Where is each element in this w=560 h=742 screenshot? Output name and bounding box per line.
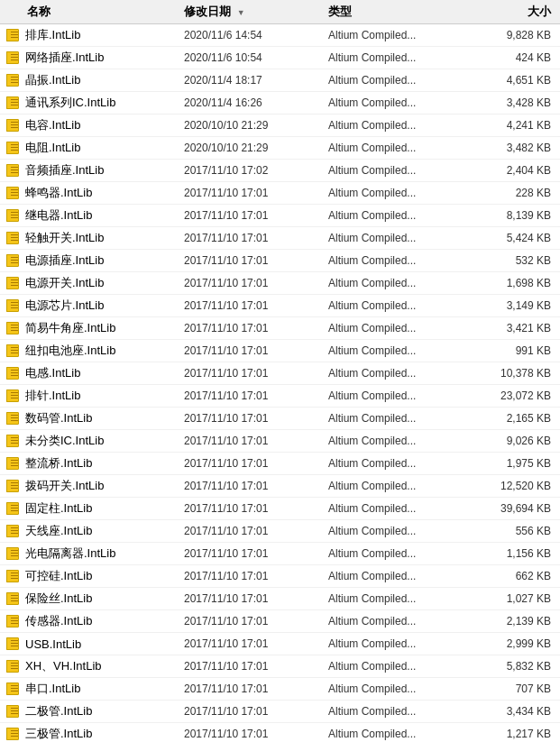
table-row[interactable]: 排针.IntLib2017/11/10 17:01Altium Compiled…: [0, 385, 560, 408]
table-row[interactable]: 未分类IC.IntLib2017/11/10 17:01Altium Compi…: [0, 430, 560, 453]
table-row[interactable]: USB.IntLib2017/11/10 17:01Altium Compile…: [0, 633, 560, 655]
table-row[interactable]: 三极管.IntLib2017/11/10 17:01Altium Compile…: [0, 723, 560, 742]
file-size: 3,149 KB: [460, 299, 560, 312]
table-row[interactable]: 串口.IntLib2017/11/10 17:01Altium Compiled…: [0, 678, 560, 701]
table-row[interactable]: 拨码开关.IntLib2017/11/10 17:01Altium Compil…: [0, 475, 560, 498]
table-row[interactable]: 继电器.IntLib2017/11/10 17:01Altium Compile…: [0, 205, 560, 227]
file-date: 2020/10/10 21:29: [180, 142, 325, 154]
file-type: Altium Compiled...: [325, 389, 460, 402]
file-size: 5,832 KB: [460, 660, 560, 673]
file-name: 光电隔离器.IntLib: [25, 545, 115, 562]
table-header[interactable]: 名称 修改日期 ▼ 类型 大小: [0, 0, 560, 24]
header-type[interactable]: 类型: [325, 4, 460, 20]
table-row[interactable]: 音频插座.IntLib2017/11/10 17:02Altium Compil…: [0, 160, 560, 182]
file-date: 2020/11/4 18:17: [180, 74, 325, 87]
file-type: Altium Compiled...: [325, 457, 460, 470]
table-row[interactable]: 保险丝.IntLib2017/11/10 17:01Altium Compile…: [0, 588, 560, 610]
file-name: 简易牛角座.IntLib: [25, 320, 115, 336]
header-size[interactable]: 大小: [460, 4, 560, 20]
file-size: 424 KB: [460, 51, 560, 64]
file-type: Altium Compiled...: [325, 209, 460, 222]
table-row[interactable]: 轻触开关.IntLib2017/11/10 17:01Altium Compil…: [0, 227, 560, 250]
intlib-icon: [4, 161, 22, 179]
intlib-icon: [4, 680, 22, 698]
table-row[interactable]: 网络插座.IntLib2020/11/6 10:54Altium Compile…: [0, 47, 560, 69]
file-size: 23,072 KB: [460, 389, 560, 402]
file-type: Altium Compiled...: [325, 119, 460, 132]
intlib-icon: [4, 432, 22, 450]
file-date: 2017/11/10 17:01: [180, 480, 325, 492]
file-size: 3,421 KB: [460, 322, 560, 334]
file-name: 电感.IntLib: [25, 365, 80, 381]
file-name: 排库.IntLib: [25, 27, 80, 43]
table-row[interactable]: 电感.IntLib2017/11/10 17:01Altium Compiled…: [0, 362, 560, 385]
file-date: 2017/11/10 17:01: [180, 525, 325, 537]
table-row[interactable]: 排库.IntLib2020/11/6 14:54Altium Compiled.…: [0, 24, 560, 47]
file-size: 9,828 KB: [460, 29, 560, 41]
file-rows-container: 排库.IntLib2020/11/6 14:54Altium Compiled.…: [0, 24, 560, 742]
table-row[interactable]: 数码管.IntLib2017/11/10 17:01Altium Compile…: [0, 408, 560, 430]
intlib-icon: [4, 657, 22, 675]
file-size: 4,651 KB: [460, 74, 560, 87]
table-row[interactable]: 整流桥.IntLib2017/11/10 17:01Altium Compile…: [0, 453, 560, 475]
file-name: 纽扣电池座.IntLib: [25, 343, 115, 359]
table-row[interactable]: 固定柱.IntLib2017/11/10 17:01Altium Compile…: [0, 498, 560, 520]
file-type: Altium Compiled...: [325, 187, 460, 199]
file-size: 3,434 KB: [460, 705, 560, 718]
file-size: 4,241 KB: [460, 119, 560, 132]
file-date: 2017/11/10 17:01: [180, 344, 325, 357]
table-row[interactable]: 二极管.IntLib2017/11/10 17:01Altium Compile…: [0, 701, 560, 723]
file-name: 拨码开关.IntLib: [25, 478, 104, 494]
file-size: 1,156 KB: [460, 547, 560, 560]
file-name: 二极管.IntLib: [25, 703, 92, 719]
file-type: Altium Compiled...: [325, 480, 460, 492]
file-name: 蜂鸣器.IntLib: [25, 185, 92, 201]
file-type: Altium Compiled...: [325, 412, 460, 425]
file-name: 可控硅.IntLib: [25, 568, 92, 584]
file-name: 轻触开关.IntLib: [25, 230, 104, 246]
file-date: 2017/11/10 17:01: [180, 502, 325, 515]
table-row[interactable]: 蜂鸣器.IntLib2017/11/10 17:01Altium Compile…: [0, 182, 560, 205]
file-type: Altium Compiled...: [325, 51, 460, 64]
file-date: 2017/11/10 17:01: [180, 435, 325, 447]
file-size: 5,424 KB: [460, 232, 560, 244]
table-row[interactable]: 晶振.IntLib2020/11/4 18:17Altium Compiled.…: [0, 69, 560, 92]
file-name: 天线座.IntLib: [25, 523, 92, 539]
table-row[interactable]: 通讯系列IC.IntLib2020/11/4 16:26Altium Compi…: [0, 92, 560, 115]
table-row[interactable]: 电阻.IntLib2020/10/10 21:29Altium Compiled…: [0, 137, 560, 160]
intlib-icon: [4, 454, 22, 472]
table-row[interactable]: 纽扣电池座.IntLib2017/11/10 17:01Altium Compi…: [0, 340, 560, 362]
file-name: 三极管.IntLib: [25, 726, 92, 742]
table-row[interactable]: 光电隔离器.IntLib2017/11/10 17:01Altium Compi…: [0, 543, 560, 565]
intlib-icon: [4, 297, 22, 315]
file-name: 整流桥.IntLib: [25, 455, 92, 472]
intlib-icon: [4, 590, 22, 608]
file-date: 2017/11/10 17:01: [180, 232, 325, 244]
table-row[interactable]: 传感器.IntLib2017/11/10 17:01Altium Compile…: [0, 610, 560, 633]
file-type: Altium Compiled...: [325, 570, 460, 582]
file-size: 9,026 KB: [460, 435, 560, 447]
table-row[interactable]: 电源开关.IntLib2017/11/10 17:01Altium Compil…: [0, 272, 560, 295]
table-row[interactable]: 简易牛角座.IntLib2017/11/10 17:01Altium Compi…: [0, 317, 560, 340]
file-name: 未分类IC.IntLib: [25, 433, 104, 449]
table-row[interactable]: 电容.IntLib2020/10/10 21:29Altium Compiled…: [0, 115, 560, 137]
file-size: 2,404 KB: [460, 164, 560, 177]
table-row[interactable]: 电源芯片.IntLib2017/11/10 17:01Altium Compil…: [0, 295, 560, 317]
file-size: 39,694 KB: [460, 502, 560, 515]
table-row[interactable]: 可控硅.IntLib2017/11/10 17:01Altium Compile…: [0, 565, 560, 588]
file-date: 2017/11/10 17:01: [180, 547, 325, 560]
table-row[interactable]: 电源插座.IntLib2017/11/10 17:01Altium Compil…: [0, 250, 560, 272]
file-size: 1,217 KB: [460, 728, 560, 740]
file-size: 556 KB: [460, 525, 560, 537]
table-row[interactable]: XH、VH.IntLib2017/11/10 17:01Altium Compi…: [0, 655, 560, 678]
file-name: 音频插座.IntLib: [25, 162, 104, 179]
header-date[interactable]: 修改日期 ▼: [180, 4, 325, 20]
file-type: Altium Compiled...: [325, 525, 460, 537]
file-date: 2017/11/10 17:01: [180, 592, 325, 605]
header-name[interactable]: 名称: [0, 4, 180, 20]
file-date: 2020/11/6 10:54: [180, 51, 325, 64]
table-row[interactable]: 天线座.IntLib2017/11/10 17:01Altium Compile…: [0, 520, 560, 543]
file-type: Altium Compiled...: [325, 367, 460, 380]
file-name: 通讯系列IC.IntLib: [25, 95, 115, 111]
intlib-icon: [4, 477, 22, 495]
